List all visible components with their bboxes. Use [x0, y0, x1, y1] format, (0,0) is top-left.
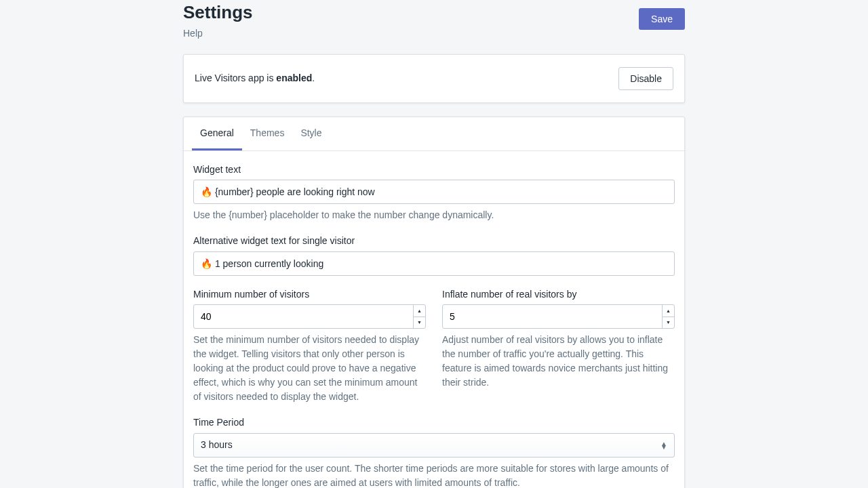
- tabs: General Themes Style: [184, 117, 684, 151]
- tab-themes[interactable]: Themes: [242, 117, 293, 150]
- page-header: Settings Help Save: [183, 0, 685, 41]
- widget-text-field: Widget text Use the {number} placeholder…: [193, 163, 675, 223]
- status-suffix: .: [312, 73, 315, 83]
- alt-text-label: Alternative widget text for single visit…: [193, 235, 675, 248]
- save-button[interactable]: Save: [639, 8, 685, 30]
- settings-card: General Themes Style Widget text Use the…: [183, 117, 685, 488]
- help-link[interactable]: Help: [183, 27, 253, 41]
- inflate-input[interactable]: [443, 306, 662, 327]
- min-visitors-input-wrap: ▲ ▼: [193, 304, 426, 329]
- tab-general[interactable]: General: [192, 117, 242, 150]
- inflate-input-wrap: ▲ ▼: [442, 304, 675, 329]
- status-card: Live Visitors app is enabled. Disable: [183, 54, 685, 103]
- time-period-select[interactable]: 3 hours ▲▼: [193, 433, 675, 458]
- select-updown-icon: ▲▼: [660, 442, 667, 449]
- widget-text-label: Widget text: [193, 163, 675, 177]
- spinner-down-icon[interactable]: ▼: [663, 317, 674, 329]
- widget-text-help: Use the {number} placeholder to make the…: [193, 208, 675, 222]
- min-visitors-spinners: ▲ ▼: [413, 305, 425, 328]
- min-visitors-field: Minimum number of visitors ▲ ▼ Set the m…: [193, 288, 426, 405]
- inflate-help: Adjust number of real visitors by allows…: [442, 333, 675, 390]
- min-visitors-input[interactable]: [194, 306, 413, 327]
- time-period-value: 3 hours: [201, 439, 233, 452]
- status-prefix: Live Visitors app is: [195, 73, 276, 83]
- time-period-help: Set the time period for the user count. …: [193, 462, 675, 488]
- spinner-up-icon[interactable]: ▲: [414, 305, 425, 317]
- min-visitors-label: Minimum number of visitors: [193, 288, 426, 302]
- min-visitors-help: Set the minimum number of visitors neede…: [193, 333, 426, 404]
- alt-text-field: Alternative widget text for single visit…: [193, 235, 675, 276]
- spinner-down-icon[interactable]: ▼: [414, 317, 425, 329]
- widget-text-input[interactable]: [193, 180, 675, 204]
- spinner-up-icon[interactable]: ▲: [663, 305, 674, 317]
- inflate-label: Inflate number of real visitors by: [442, 288, 675, 302]
- inflate-spinners: ▲ ▼: [662, 305, 674, 328]
- time-period-label: Time Period: [193, 416, 675, 430]
- status-text: Live Visitors app is enabled.: [195, 72, 315, 85]
- form-body: Widget text Use the {number} placeholder…: [184, 151, 684, 488]
- disable-button[interactable]: Disable: [618, 67, 673, 90]
- tab-style[interactable]: Style: [292, 117, 330, 150]
- status-state: enabled: [276, 73, 312, 83]
- inflate-field: Inflate number of real visitors by ▲ ▼ A…: [442, 288, 675, 405]
- time-period-field: Time Period 3 hours ▲▼ Set the time peri…: [193, 416, 675, 488]
- page-title: Settings: [183, 0, 253, 24]
- alt-text-input[interactable]: [193, 251, 675, 276]
